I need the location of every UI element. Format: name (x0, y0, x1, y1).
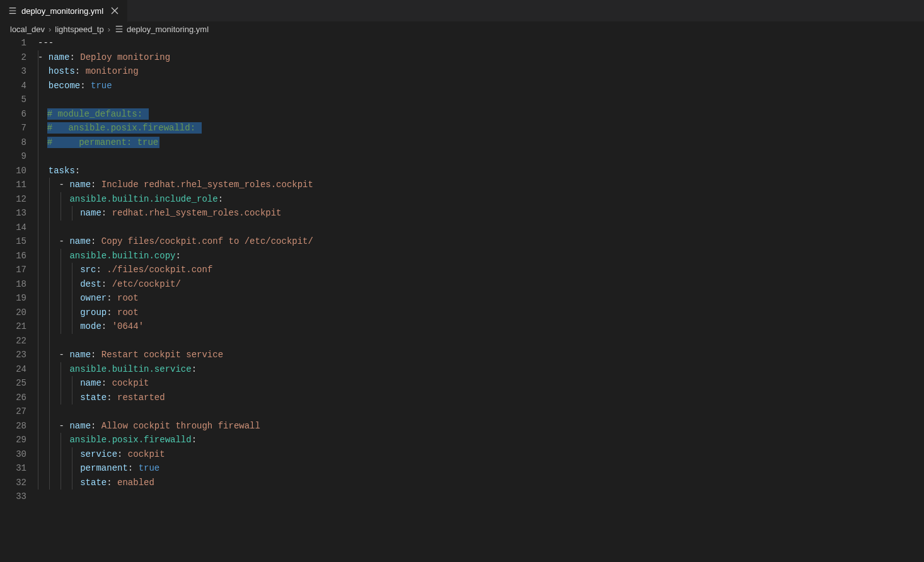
file-tab[interactable]: deploy_monitoring.yml (0, 0, 128, 22)
line-number-gutter: 1 2 3 4 5 6 7 8 9 10 11 12 13 14 15 16 1… (0, 36, 38, 562)
line-number: 24 (0, 362, 26, 377)
code-editor[interactable]: 1 2 3 4 5 6 7 8 9 10 11 12 13 14 15 16 1… (0, 36, 924, 562)
code-line[interactable]: ansible.builtin.include_role: (38, 192, 924, 207)
line-number: 32 (0, 476, 26, 490)
code-line[interactable]: name: redhat.rhel_system_roles.cockpit (38, 206, 924, 221)
line-number: 12 (0, 192, 26, 207)
code-line[interactable]: hosts: monitoring (38, 64, 924, 79)
line-number: 20 (0, 306, 26, 320)
line-number: 6 (0, 107, 26, 122)
line-number: 26 (0, 391, 26, 405)
line-number: 25 (0, 376, 26, 391)
line-number: 13 (0, 206, 26, 221)
code-line[interactable]: service: cockpit (38, 447, 924, 462)
code-line[interactable] (38, 93, 924, 107)
line-number: 11 (0, 178, 26, 192)
code-line[interactable]: ansible.builtin.copy: (38, 249, 924, 263)
line-number: 27 (0, 404, 26, 419)
line-number: 30 (0, 447, 26, 462)
code-line[interactable]: - name: Allow cockpit through firewall (38, 419, 924, 433)
code-line[interactable]: tasks: (38, 164, 924, 178)
code-line[interactable] (38, 490, 924, 504)
code-line[interactable]: ansible.posix.firewalld: (38, 433, 924, 447)
line-number: 1 (0, 36, 26, 50)
code-line[interactable]: # permanent: true (38, 135, 924, 150)
line-number: 22 (0, 334, 26, 348)
code-line[interactable]: - name: Copy files/cockpit.conf to /etc/… (38, 234, 924, 249)
line-number: 31 (0, 461, 26, 476)
code-line[interactable]: group: root (38, 306, 924, 320)
tab-label: deploy_monitoring.yml (21, 6, 103, 16)
code-line[interactable]: # module_defaults: (38, 107, 924, 122)
code-line[interactable]: --- (38, 36, 924, 50)
breadcrumb: local_dev › lightspeed_tp › deploy_monit… (0, 22, 924, 36)
code-line[interactable]: name: cockpit (38, 376, 924, 391)
code-line[interactable]: become: true (38, 79, 924, 93)
line-number: 17 (0, 263, 26, 277)
file-icon (114, 24, 124, 34)
code-line[interactable]: # ansible.posix.firewalld: (38, 121, 924, 135)
code-line[interactable]: ansible.builtin.service: (38, 362, 924, 377)
code-line[interactable]: - name: Restart cockpit service (38, 348, 924, 362)
line-number: 16 (0, 249, 26, 263)
chevron-right-icon: › (49, 25, 51, 34)
close-icon[interactable] (110, 6, 120, 16)
tab-bar: deploy_monitoring.yml (0, 0, 924, 22)
code-line[interactable]: dest: /etc/cockpit/ (38, 277, 924, 292)
line-number: 21 (0, 319, 26, 334)
code-line[interactable]: mode: '0644' (38, 319, 924, 334)
code-line[interactable] (38, 221, 924, 235)
line-number: 15 (0, 234, 26, 249)
line-number: 10 (0, 164, 26, 178)
line-number: 2 (0, 50, 26, 65)
code-line[interactable] (38, 149, 924, 164)
code-line[interactable]: owner: root (38, 291, 924, 306)
line-number: 23 (0, 348, 26, 362)
line-number: 9 (0, 149, 26, 164)
chevron-right-icon: › (108, 25, 110, 34)
line-number: 5 (0, 93, 26, 107)
breadcrumb-seg-1[interactable]: local_dev (10, 25, 45, 34)
code-line[interactable] (38, 334, 924, 348)
code-line[interactable]: state: restarted (38, 391, 924, 405)
line-number: 4 (0, 79, 26, 93)
code-area[interactable]: --- - name: Deploy monitoring hosts: mon… (38, 36, 924, 562)
line-number: 18 (0, 277, 26, 292)
code-line[interactable]: src: ./files/cockpit.conf (38, 263, 924, 277)
line-number: 3 (0, 64, 26, 79)
breadcrumb-seg-2[interactable]: lightspeed_tp (55, 25, 103, 34)
line-number: 29 (0, 433, 26, 447)
code-line[interactable] (38, 404, 924, 419)
line-number: 14 (0, 221, 26, 235)
file-icon (8, 6, 18, 16)
line-number: 7 (0, 121, 26, 135)
code-line[interactable]: state: enabled (38, 476, 924, 490)
code-line[interactable]: - name: Include redhat.rhel_system_roles… (38, 178, 924, 192)
code-line[interactable]: - name: Deploy monitoring (38, 50, 924, 65)
breadcrumb-seg-3[interactable]: deploy_monitoring.yml (127, 25, 209, 34)
line-number: 8 (0, 135, 26, 150)
line-number: 33 (0, 490, 26, 504)
line-number: 19 (0, 291, 26, 306)
code-line[interactable]: permanent: true (38, 461, 924, 476)
line-number: 28 (0, 419, 26, 433)
